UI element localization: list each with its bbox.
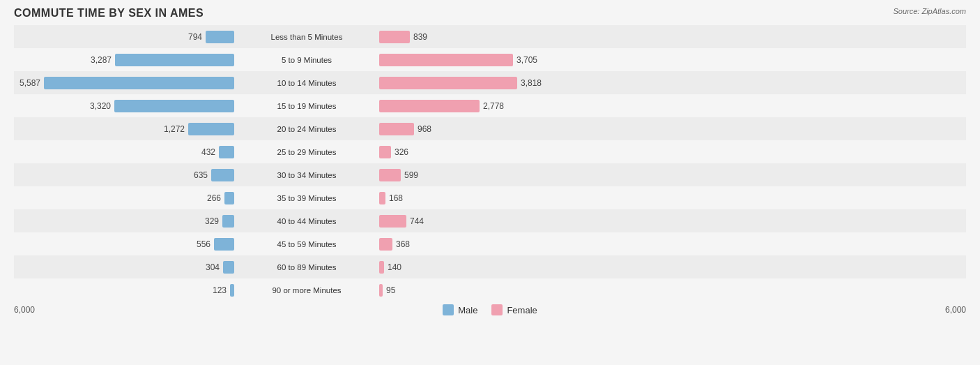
female-value: 839 <box>413 32 440 42</box>
male-value: 1,272 <box>158 124 185 134</box>
legend-male: Male <box>443 304 477 315</box>
table-row: 12390 or more Minutes95 <box>14 278 966 301</box>
male-bar <box>211 169 234 181</box>
female-bar <box>379 100 480 112</box>
category-label: 20 to 24 Minutes <box>237 125 376 133</box>
table-row: 63530 to 34 Minutes599 <box>14 163 966 186</box>
right-section: 3,705 <box>376 54 599 66</box>
male-value: 329 <box>192 216 219 226</box>
male-value: 266 <box>194 193 221 203</box>
female-value: 2,778 <box>483 101 510 111</box>
right-section: 599 <box>376 169 599 181</box>
right-section: 3,818 <box>376 77 599 89</box>
category-label: 90 or more Minutes <box>237 286 376 295</box>
table-row: 32940 to 44 Minutes744 <box>14 209 966 232</box>
legend-female: Female <box>491 304 537 315</box>
table-row: 3,32015 to 19 Minutes2,778 <box>14 94 966 117</box>
male-bar <box>214 238 234 251</box>
male-color-box <box>443 304 454 315</box>
female-value: 599 <box>404 170 431 180</box>
right-section: 2,778 <box>376 100 599 112</box>
right-section: 168 <box>376 192 599 204</box>
male-value: 432 <box>189 147 215 157</box>
female-bar <box>379 192 385 204</box>
male-value: 3,320 <box>84 101 111 111</box>
category-label: 5 to 9 Minutes <box>237 56 376 64</box>
chart-container: COMMUTE TIME BY SEX IN AMES Source: ZipA… <box>0 0 980 365</box>
category-label: 10 to 14 Minutes <box>237 79 376 87</box>
left-section: 432 <box>14 146 237 158</box>
female-bar <box>379 261 384 274</box>
male-label: Male <box>458 305 477 315</box>
male-value: 304 <box>193 262 220 272</box>
left-section: 5,587 <box>14 77 237 89</box>
female-value: 95 <box>386 285 413 295</box>
male-value: 635 <box>181 170 208 180</box>
female-value: 968 <box>418 124 444 134</box>
female-color-box <box>491 304 503 315</box>
category-label: 45 to 59 Minutes <box>237 240 376 248</box>
male-bar <box>115 54 234 66</box>
female-value: 3,818 <box>521 78 547 88</box>
table-row: 794Less than 5 Minutes839 <box>14 25 966 48</box>
male-bar <box>44 77 234 89</box>
female-value: 140 <box>388 262 414 272</box>
male-bar <box>224 192 234 204</box>
male-bar <box>223 261 234 274</box>
male-bar <box>114 100 234 112</box>
legend: Male Female <box>443 304 537 315</box>
table-row: 1,27220 to 24 Minutes968 <box>14 117 966 140</box>
left-section: 123 <box>14 284 237 297</box>
left-section: 1,272 <box>14 123 237 135</box>
male-bar <box>219 146 234 158</box>
category-label: Less than 5 Minutes <box>237 33 376 41</box>
category-label: 30 to 34 Minutes <box>237 171 376 179</box>
male-bar <box>188 123 234 135</box>
male-value: 794 <box>176 32 202 42</box>
x-axis-left: 6,000 <box>14 305 56 315</box>
female-bar <box>379 238 392 251</box>
category-label: 25 to 29 Minutes <box>237 148 376 156</box>
bottom-area: 6,000 Male Female 6,000 <box>14 301 966 315</box>
male-bar <box>230 284 234 297</box>
female-value: 3,705 <box>516 55 543 65</box>
left-section: 794 <box>14 31 237 43</box>
male-bar <box>222 215 234 228</box>
male-value: 556 <box>184 239 210 249</box>
female-bar <box>379 54 513 66</box>
x-axis-right: 6,000 <box>924 305 966 315</box>
right-section: 968 <box>376 123 599 135</box>
table-row: 30460 to 89 Minutes140 <box>14 255 966 278</box>
female-value: 744 <box>410 216 436 226</box>
female-label: Female <box>507 305 537 315</box>
source-label: Source: ZipAtlas.com <box>893 7 966 15</box>
left-section: 635 <box>14 169 237 181</box>
female-bar <box>379 77 517 89</box>
male-value: 3,287 <box>85 55 112 65</box>
chart-body: 794Less than 5 Minutes8393,2875 to 9 Min… <box>14 25 966 301</box>
left-section: 556 <box>14 238 237 251</box>
category-label: 60 to 89 Minutes <box>237 263 376 271</box>
male-value: 5,587 <box>14 78 40 88</box>
table-row: 3,2875 to 9 Minutes3,705 <box>14 48 966 71</box>
left-section: 329 <box>14 215 237 228</box>
right-section: 326 <box>376 146 599 158</box>
category-label: 40 to 44 Minutes <box>237 217 376 225</box>
left-section: 266 <box>14 192 237 204</box>
female-value: 368 <box>396 239 422 249</box>
female-bar <box>379 169 401 181</box>
chart-title: COMMUTE TIME BY SEX IN AMES <box>14 7 966 20</box>
table-row: 55645 to 59 Minutes368 <box>14 232 966 255</box>
female-bar <box>379 31 410 43</box>
female-bar <box>379 215 406 228</box>
male-bar <box>206 31 234 43</box>
female-bar <box>379 284 383 297</box>
right-section: 368 <box>376 238 599 251</box>
category-label: 15 to 19 Minutes <box>237 102 376 110</box>
left-section: 3,287 <box>14 54 237 66</box>
right-section: 140 <box>376 261 599 274</box>
left-section: 304 <box>14 261 237 274</box>
left-section: 3,320 <box>14 100 237 112</box>
female-bar <box>379 146 391 158</box>
table-row: 43225 to 29 Minutes326 <box>14 140 966 163</box>
